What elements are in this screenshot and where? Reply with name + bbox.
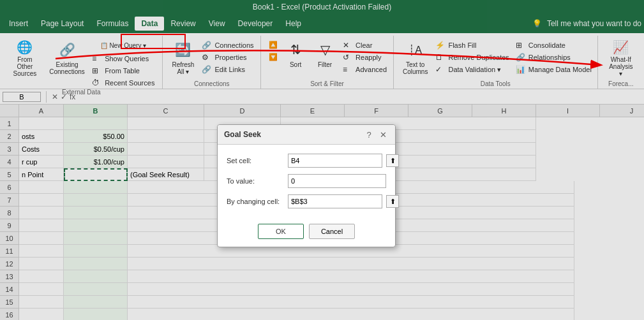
by-changing-row: By changing cell: ⬆ <box>227 194 386 208</box>
set-cell-label: Set cell: <box>227 157 284 164</box>
dialog-body: Set cell: ⬆ To value: By changing cell: … <box>218 145 395 221</box>
goal-seek-dialog: Goal Seek ? ✕ Set cell: ⬆ To value: By c… <box>217 124 396 247</box>
set-cell-input[interactable] <box>288 154 382 168</box>
cancel-button[interactable]: Cancel <box>309 224 355 239</box>
dialog-close-button[interactable]: ✕ <box>377 129 389 140</box>
to-value-input[interactable] <box>288 174 386 188</box>
to-value-row: To value: <box>227 174 386 188</box>
by-changing-collapse-button[interactable]: ⬆ <box>386 195 399 208</box>
dialog-buttons: OK Cancel <box>218 221 395 247</box>
to-value-label: To value: <box>227 177 284 185</box>
dialog-title-icons: ? ✕ <box>363 129 389 140</box>
dialog-overlay: Goal Seek ? ✕ Set cell: ⬆ To value: By c… <box>0 0 644 320</box>
by-changing-label: By changing cell: <box>227 198 284 205</box>
by-changing-input[interactable] <box>288 194 382 208</box>
set-cell-collapse-button[interactable]: ⬆ <box>386 154 399 167</box>
dialog-title-bar: Goal Seek ? ✕ <box>218 125 395 145</box>
dialog-title-text: Goal Seek <box>224 130 261 139</box>
ok-button[interactable]: OK <box>258 224 304 239</box>
dialog-help-button[interactable]: ? <box>363 129 375 140</box>
set-cell-row: Set cell: ⬆ <box>227 154 386 168</box>
